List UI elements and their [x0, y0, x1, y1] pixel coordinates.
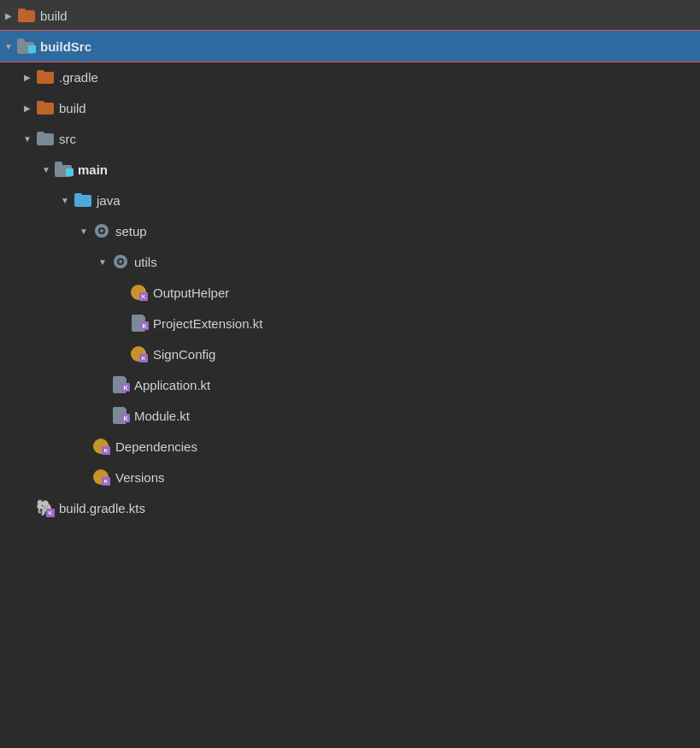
- tree-item-Dependencies[interactable]: K Dependencies: [0, 431, 700, 462]
- tree-item-label: SignConfig: [153, 347, 215, 362]
- tree-item-Module[interactable]: K Module.kt: [0, 400, 700, 431]
- tree-item-buildSrc[interactable]: buildSrc: [0, 31, 700, 62]
- folder-orange-icon: [17, 6, 36, 25]
- tree-item-utils[interactable]: utils: [0, 246, 700, 277]
- tree-item-label: Versions: [115, 470, 165, 485]
- tree-item-setup[interactable]: setup: [0, 215, 700, 246]
- chevron-down-icon[interactable]: [56, 191, 74, 209]
- chevron-spacer[interactable]: [113, 345, 130, 362]
- tree-item-label: build: [59, 101, 86, 115]
- kotlin-file-icon: K: [111, 375, 130, 394]
- chevron-down-icon[interactable]: [75, 222, 92, 239]
- folder-buildsrc-icon: [17, 37, 36, 56]
- tree-item-label: utils: [134, 255, 157, 269]
- chevron-right-icon[interactable]: [0, 7, 17, 24]
- tree-item-label: .gradle: [59, 70, 98, 85]
- package-icon: [92, 221, 111, 240]
- tree-item-OutputHelper[interactable]: K OutputHelper: [0, 277, 700, 308]
- chevron-down-icon[interactable]: [19, 130, 36, 147]
- tree-item-Application[interactable]: K Application.kt: [0, 369, 700, 400]
- tree-item-label: build: [40, 9, 68, 23]
- chevron-spacer[interactable]: [94, 376, 111, 393]
- tree-item-label: Application.kt: [134, 378, 210, 392]
- tree-item-gradle[interactable]: .gradle: [0, 62, 700, 92]
- folder-gray-icon: [36, 129, 55, 148]
- tree-item-Versions[interactable]: K Versions: [0, 462, 700, 492]
- chevron-spacer[interactable]: [19, 499, 36, 516]
- svg-point-5: [119, 260, 122, 263]
- kotlin-object-icon: K: [92, 468, 111, 486]
- tree-item-label: build.gradle.kts: [59, 501, 145, 515]
- chevron-down-icon[interactable]: [0, 38, 17, 55]
- chevron-spacer[interactable]: [75, 468, 92, 486]
- gradle-file-icon: 🐘 K: [36, 498, 55, 517]
- tree-item-label: main: [78, 162, 108, 177]
- tree-item-label: OutputHelper: [153, 286, 229, 300]
- tree-item-build-gradle[interactable]: 🐘 K build.gradle.kts: [0, 492, 700, 523]
- kotlin-file-icon: K: [111, 406, 130, 425]
- folder-blue-icon: [74, 191, 92, 209]
- chevron-spacer[interactable]: [94, 407, 111, 424]
- chevron-spacer[interactable]: [113, 315, 130, 332]
- kotlin-object-icon: K: [130, 283, 149, 302]
- svg-point-2: [100, 229, 103, 233]
- folder-buildsrc-icon: [55, 160, 74, 179]
- chevron-right-icon[interactable]: [19, 99, 36, 116]
- tree-item-src[interactable]: src: [0, 123, 700, 154]
- chevron-down-icon[interactable]: [38, 161, 55, 178]
- tree-item-label: java: [97, 193, 121, 208]
- folder-orange-icon: [36, 98, 55, 117]
- chevron-spacer[interactable]: [75, 438, 92, 455]
- chevron-down-icon[interactable]: [94, 253, 111, 270]
- tree-item-java[interactable]: java: [0, 185, 700, 215]
- chevron-right-icon[interactable]: [19, 68, 36, 85]
- kotlin-object-icon: K: [130, 345, 149, 363]
- tree-item-label: ProjectExtension.kt: [153, 316, 262, 331]
- kotlin-object-icon: K: [92, 437, 111, 456]
- tree-item-build[interactable]: build: [0, 92, 700, 123]
- tree-item-label: buildSrc: [40, 39, 91, 54]
- file-tree: buildbuildSrc.gradlebuildsrcmainjavasetu…: [0, 0, 700, 523]
- tree-item-ProjectExtension[interactable]: K ProjectExtension.kt: [0, 308, 700, 339]
- tree-item-build-top[interactable]: build: [0, 0, 700, 31]
- tree-item-label: Module.kt: [134, 409, 190, 423]
- tree-item-label: setup: [115, 224, 147, 239]
- kotlin-file-icon: K: [130, 314, 149, 333]
- tree-item-label: src: [59, 132, 76, 146]
- chevron-spacer[interactable]: [113, 284, 130, 301]
- tree-item-main[interactable]: main: [0, 154, 700, 185]
- package-icon: [111, 252, 130, 271]
- tree-item-label: Dependencies: [115, 439, 197, 454]
- tree-item-SignConfig[interactable]: K SignConfig: [0, 339, 700, 369]
- folder-orange-icon: [36, 68, 55, 86]
